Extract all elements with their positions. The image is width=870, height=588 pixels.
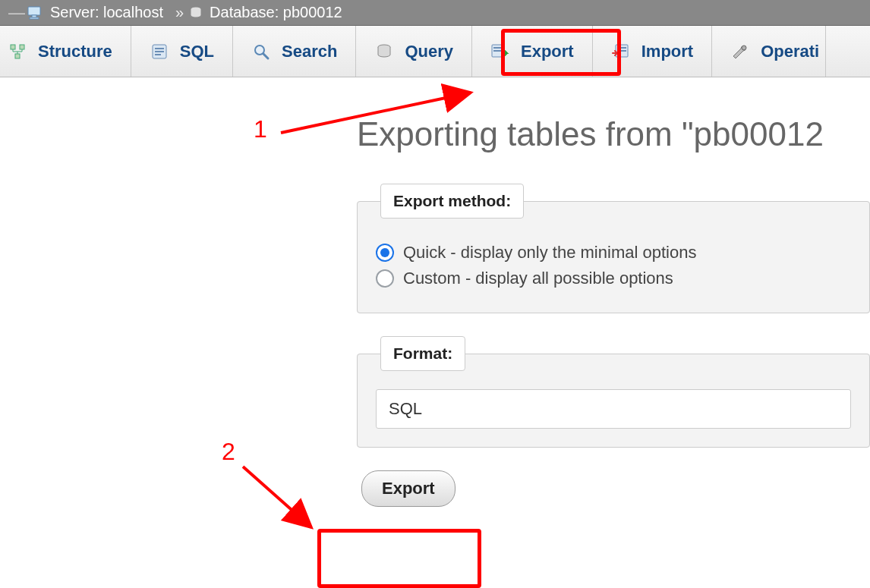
tab-query-label: Query — [405, 42, 453, 61]
server-icon — [27, 5, 44, 20]
radio-custom-label: Custom - display all possible options — [403, 269, 673, 288]
tab-import[interactable]: Import — [593, 26, 712, 77]
format-panel: Format: SQL — [357, 336, 870, 448]
breadcrumb-dash: — — [6, 3, 27, 23]
tab-operations[interactable]: Operati — [712, 26, 826, 77]
format-select-value: SQL — [389, 399, 422, 418]
svg-rect-18 — [617, 47, 626, 49]
export-icon — [490, 42, 510, 61]
export-method-legend: Export method: — [380, 184, 524, 219]
breadcrumb-database-label: Database: pb00012 — [210, 4, 342, 21]
tab-import-label: Import — [641, 42, 693, 61]
structure-icon — [8, 42, 27, 61]
radio-custom[interactable]: Custom - display all possible options — [376, 269, 851, 288]
sql-icon — [150, 42, 169, 61]
breadcrumb-server-label: Server: localhost — [50, 4, 163, 21]
tab-bar: Structure SQL Search Query — [0, 26, 870, 77]
svg-rect-10 — [155, 54, 161, 55]
tab-structure[interactable]: Structure — [0, 26, 131, 77]
page-title: Exporting tables from "pb00012 — [357, 115, 870, 153]
search-icon — [251, 42, 271, 61]
format-select[interactable]: SQL — [376, 389, 851, 429]
svg-rect-15 — [493, 47, 503, 49]
tab-export-label: Export — [521, 42, 574, 61]
main-content: Exporting tables from "pb00012 Export me… — [0, 77, 870, 507]
svg-rect-5 — [20, 45, 24, 49]
tab-structure-label: Structure — [38, 42, 112, 61]
svg-rect-4 — [11, 45, 15, 49]
operations-icon — [730, 42, 750, 61]
svg-rect-9 — [155, 51, 164, 52]
tab-export[interactable]: Export — [472, 26, 593, 77]
svg-rect-0 — [28, 7, 40, 15]
annotation-highlight-export-button — [317, 529, 481, 588]
svg-rect-6 — [15, 54, 20, 58]
format-legend: Format: — [380, 336, 465, 371]
export-method-panel: Export method: Quick - display only the … — [357, 184, 870, 313]
tab-search-label: Search — [282, 42, 337, 61]
breadcrumb-database[interactable]: Database: pb00012 — [188, 4, 342, 21]
radio-custom-input[interactable] — [376, 269, 394, 288]
svg-line-12 — [263, 54, 268, 58]
breadcrumb: — Server: localhost » Database: pb00012 — [0, 0, 870, 26]
export-button[interactable]: Export — [361, 470, 455, 507]
radio-quick-input[interactable] — [376, 244, 394, 262]
database-icon — [188, 5, 203, 20]
svg-rect-19 — [617, 50, 626, 52]
svg-rect-16 — [493, 50, 503, 52]
radio-quick[interactable]: Quick - display only the minimal options — [376, 243, 851, 263]
breadcrumb-server[interactable]: Server: localhost — [27, 4, 163, 21]
svg-rect-2 — [30, 17, 39, 19]
tab-search[interactable]: Search — [233, 26, 356, 77]
radio-quick-label: Quick - display only the minimal options — [403, 243, 696, 263]
tab-operations-label: Operati — [761, 42, 819, 61]
svg-point-20 — [742, 46, 746, 50]
query-icon — [374, 42, 394, 61]
breadcrumb-separator: » — [175, 4, 184, 21]
import-icon — [611, 42, 631, 61]
tab-sql[interactable]: SQL — [131, 26, 233, 77]
tab-query[interactable]: Query — [356, 26, 472, 77]
tab-sql-label: SQL — [180, 42, 214, 61]
svg-rect-8 — [155, 48, 164, 49]
